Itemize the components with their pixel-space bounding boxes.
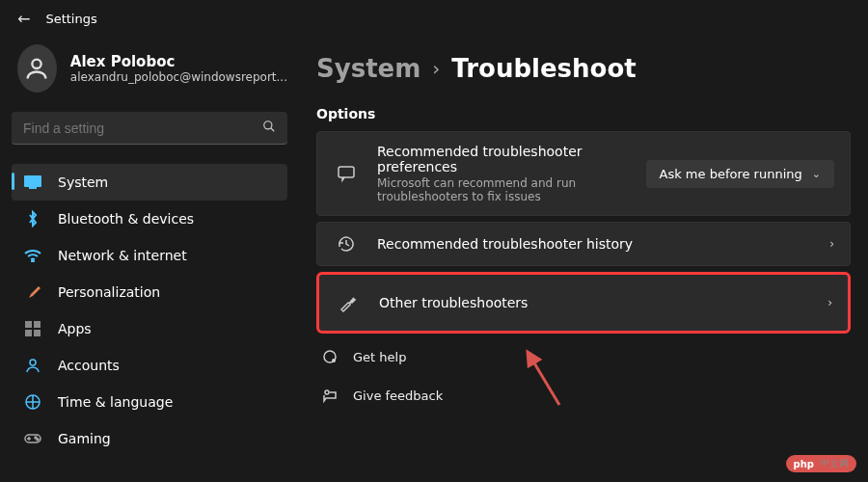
- profile-email: alexandru_poloboc@windowsreport...: [70, 70, 287, 84]
- svg-rect-17: [339, 167, 354, 177]
- sidebar-item-label: Time & language: [58, 394, 173, 410]
- person-icon: [21, 358, 44, 373]
- wrench-icon: [335, 292, 362, 313]
- globe-icon: [21, 394, 44, 410]
- svg-rect-3: [24, 175, 41, 187]
- avatar: [17, 44, 57, 93]
- search-icon: [262, 120, 276, 136]
- card-title: Recommended troubleshooter history: [377, 236, 829, 252]
- chat-icon: [333, 164, 360, 183]
- sidebar-item-system[interactable]: System: [12, 164, 287, 201]
- search-box[interactable]: [12, 112, 287, 145]
- breadcrumb: System › Troubleshoot: [316, 54, 851, 83]
- svg-rect-8: [25, 330, 32, 336]
- section-label: Options: [316, 106, 851, 121]
- profile-name: Alex Poloboc: [70, 53, 287, 70]
- chevron-right-icon: ›: [432, 57, 440, 80]
- get-help-link[interactable]: Get help: [316, 341, 851, 372]
- svg-point-5: [32, 260, 34, 262]
- svg-point-15: [35, 437, 37, 439]
- svg-point-10: [30, 360, 36, 365]
- card-subtitle: Microsoft can recommend and run troubles…: [377, 176, 628, 203]
- watermark-php: php: [794, 459, 814, 469]
- give-feedback-link[interactable]: Give feedback: [316, 380, 851, 411]
- display-icon: [21, 175, 44, 189]
- chevron-down-icon: ⌄: [812, 168, 821, 180]
- help-label: Get help: [353, 350, 406, 364]
- svg-rect-4: [29, 187, 37, 189]
- app-title: Settings: [45, 12, 96, 26]
- svg-point-0: [33, 60, 41, 68]
- back-icon[interactable]: ←: [17, 10, 30, 28]
- card-other-troubleshooters[interactable]: Other troubleshooters ›: [316, 272, 851, 334]
- svg-rect-7: [34, 321, 41, 328]
- chevron-right-icon: ›: [829, 237, 834, 251]
- chevron-right-icon: ›: [827, 296, 832, 309]
- search-input[interactable]: [23, 120, 262, 136]
- svg-point-16: [37, 439, 39, 441]
- card-title: Other troubleshooters: [379, 295, 827, 310]
- card-recommended-history[interactable]: Recommended troubleshooter history ›: [316, 222, 851, 266]
- svg-point-1: [264, 121, 272, 129]
- titlebar: ← Settings: [0, 0, 868, 31]
- sidebar-item-apps[interactable]: Apps: [12, 310, 287, 347]
- card-title: Recommended troubleshooter preferences: [377, 144, 646, 174]
- sidebar-item-label: Network & internet: [58, 248, 187, 263]
- person-icon: [23, 55, 50, 82]
- svg-rect-6: [25, 321, 32, 328]
- sidebar-item-label: Personalization: [58, 284, 160, 300]
- breadcrumb-parent[interactable]: System: [316, 54, 420, 83]
- apps-icon: [21, 321, 44, 336]
- sidebar-item-label: Bluetooth & devices: [58, 211, 194, 227]
- svg-point-19: [332, 359, 336, 362]
- svg-rect-9: [34, 330, 41, 336]
- feedback-label: Give feedback: [353, 388, 443, 403]
- wifi-icon: [21, 249, 44, 262]
- sidebar-item-label: Apps: [58, 321, 92, 336]
- sidebar-item-label: Gaming: [58, 431, 111, 446]
- watermark-badge: php 中文网: [786, 455, 856, 472]
- profile[interactable]: Alex Poloboc alexandru_poloboc@windowsre…: [12, 44, 287, 93]
- paintbrush-icon: [21, 284, 44, 300]
- sidebar-item-network[interactable]: Network & internet: [12, 237, 287, 274]
- main-content: System › Troubleshoot Options Recommende…: [299, 31, 868, 482]
- help-icon: [320, 349, 339, 364]
- sidebar-item-gaming[interactable]: Gaming: [12, 420, 287, 457]
- bluetooth-icon: [21, 210, 44, 228]
- history-icon: [333, 234, 360, 254]
- feedback-icon: [320, 388, 339, 403]
- gamepad-icon: [21, 433, 44, 444]
- svg-point-20: [325, 390, 329, 394]
- card-recommended-preferences[interactable]: Recommended troubleshooter preferences M…: [316, 131, 851, 216]
- sidebar-item-accounts[interactable]: Accounts: [12, 347, 287, 384]
- svg-line-2: [271, 128, 275, 132]
- nav-list: System Bluetooth & devices Network & int…: [12, 164, 287, 457]
- sidebar-item-personalization[interactable]: Personalization: [12, 274, 287, 310]
- page-title: Troubleshoot: [451, 54, 636, 83]
- sidebar-item-label: Accounts: [58, 358, 120, 373]
- sidebar-item-bluetooth[interactable]: Bluetooth & devices: [12, 201, 287, 237]
- sidebar-item-label: System: [58, 174, 108, 190]
- preference-dropdown[interactable]: Ask me before running ⌄: [646, 160, 834, 188]
- sidebar-item-time[interactable]: Time & language: [12, 384, 287, 420]
- dropdown-value: Ask me before running: [660, 167, 802, 181]
- watermark-cn: 中文网: [820, 457, 849, 470]
- sidebar: Alex Poloboc alexandru_poloboc@windowsre…: [0, 31, 299, 482]
